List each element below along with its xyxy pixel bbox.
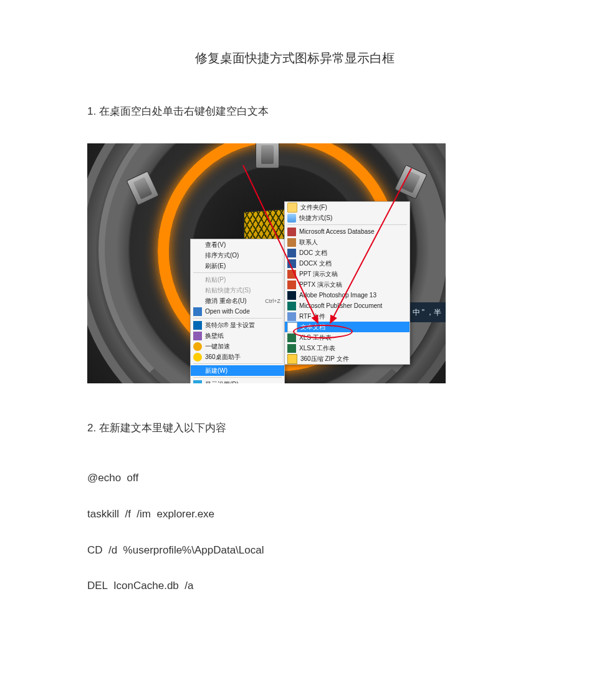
- ppt-icon: [287, 270, 296, 279]
- context-menu: 查看(V) 排序方式(O) 刷新(E) 粘贴(P) 粘贴快捷方式(S) 撤消 重…: [190, 239, 285, 383]
- step-2: 2. 在新建文本里键入以下内容: [87, 421, 502, 435]
- menu-label: 查看(V): [205, 241, 280, 249]
- submenu-item-access[interactable]: Microsoft Access Database: [285, 226, 409, 237]
- menu-label: 英特尔® 显卡设置: [205, 321, 280, 330]
- code-line: taskkill /f /im explorer.exe: [87, 496, 502, 532]
- publisher-icon: [287, 302, 296, 310]
- menu-item-paste: 粘贴(P): [191, 274, 284, 285]
- menu-separator: [193, 377, 282, 378]
- menu-label: Open with Code: [205, 308, 280, 315]
- menu-label: Microsoft Access Database: [299, 228, 406, 235]
- menu-item-paste-shortcut: 粘贴快捷方式(S): [191, 285, 284, 295]
- menu-label: Adobe Photoshop Image 13: [299, 292, 406, 299]
- code-icon: [193, 307, 202, 316]
- wallpaper-icon: [193, 332, 202, 340]
- screenshot-figure: 中 " ，半 查看(V) 排序方式(O) 刷新(E) 粘贴(P) 粘贴快捷方式(…: [87, 143, 446, 383]
- menu-item-display[interactable]: 显示设置(D): [191, 379, 284, 383]
- document-title: 修复桌面快捷方式图标异常显示白框: [87, 50, 502, 67]
- shortcut-icon: [287, 214, 296, 223]
- menu-separator: [193, 363, 282, 364]
- menu-label: 360压缩 ZIP 文件: [300, 355, 406, 363]
- word-icon: [287, 249, 296, 257]
- speedup-icon: [193, 342, 202, 351]
- context-submenu-new: 文件夹(F) 快捷方式(S) Microsoft Access Database…: [284, 201, 410, 365]
- menu-label: 联系人: [299, 238, 406, 247]
- menu-label: DOC 文档: [299, 249, 406, 257]
- menu-separator: [287, 224, 407, 225]
- intel-icon: [193, 321, 202, 330]
- rtf-icon: [287, 312, 296, 321]
- code-line: DEL IconCache.db /a: [87, 568, 502, 604]
- contact-icon: [287, 238, 296, 247]
- d360-icon: [193, 353, 202, 362]
- submenu-item-doc[interactable]: DOC 文档: [285, 247, 409, 258]
- ppt-icon: [287, 280, 296, 289]
- menu-item-intel-graphics[interactable]: 英特尔® 显卡设置: [191, 320, 284, 330]
- menu-label: DOCX 文档: [299, 259, 406, 268]
- submenu-item-folder[interactable]: 文件夹(F): [285, 202, 409, 213]
- menu-label: 新建(W): [205, 367, 280, 375]
- menu-label: 文件夹(F): [300, 203, 406, 212]
- excel-icon: [287, 333, 296, 342]
- menu-label: 文本文档: [300, 323, 406, 332]
- ime-badge: 中 " ，半: [408, 302, 446, 322]
- menu-item-wallpaper[interactable]: 换壁纸: [191, 330, 284, 341]
- submenu-item-pptx[interactable]: PPTX 演示文稿: [285, 279, 409, 290]
- menu-label: XLS 工作表: [299, 333, 406, 342]
- menu-item-undo[interactable]: 撤消 重命名(U)Ctrl+Z: [191, 295, 284, 306]
- submenu-item-rtf[interactable]: RTF 文件: [285, 311, 409, 322]
- menu-label: 显示设置(D): [205, 380, 280, 384]
- menu-item-360-desktop[interactable]: 360桌面助手: [191, 352, 284, 362]
- submenu-item-xlsx[interactable]: XLSX 工作表: [285, 343, 409, 353]
- menu-label: PPT 演示文稿: [299, 270, 406, 279]
- access-icon: [287, 228, 296, 236]
- menu-item-open-with-code[interactable]: Open with Code: [191, 306, 284, 317]
- submenu-item-zip[interactable]: 360压缩 ZIP 文件: [285, 353, 409, 364]
- menu-item-view[interactable]: 查看(V): [191, 239, 284, 250]
- step-1: 1. 在桌面空白处单击右键创建空白文本: [87, 104, 502, 118]
- code-line: CD /d %userprofile%\AppData\Local: [87, 532, 502, 568]
- txt-icon: [287, 322, 297, 332]
- menu-label: XLSX 工作表: [299, 344, 406, 353]
- photoshop-icon: [287, 291, 296, 300]
- menu-label: 粘贴快捷方式(S): [205, 286, 280, 295]
- menu-label: PPTX 演示文稿: [299, 280, 406, 289]
- menu-label: 一键加速: [205, 342, 280, 351]
- menu-item-speedup[interactable]: 一键加速: [191, 341, 284, 352]
- menu-separator: [193, 272, 282, 273]
- menu-separator: [193, 318, 282, 319]
- submenu-item-ppt[interactable]: PPT 演示文稿: [285, 269, 409, 279]
- menu-item-new[interactable]: 新建(W): [191, 365, 284, 376]
- display-icon: [193, 380, 202, 384]
- menu-shortcut: Ctrl+Z: [265, 298, 280, 304]
- submenu-item-photoshop[interactable]: Adobe Photoshop Image 13: [285, 290, 409, 300]
- menu-label: 换壁纸: [205, 332, 280, 340]
- menu-label: 粘贴(P): [205, 276, 280, 284]
- code-block: @echo off taskkill /f /im explorer.exe C…: [87, 460, 502, 604]
- folder-icon: [287, 203, 297, 213]
- bg-clamp: [256, 143, 279, 168]
- menu-label: 刷新(E): [205, 262, 280, 271]
- word-icon: [287, 259, 296, 268]
- submenu-item-publisher[interactable]: Microsoft Publisher Document: [285, 300, 409, 311]
- zip-icon: [287, 354, 297, 364]
- excel-icon: [287, 344, 296, 353]
- menu-label: 360桌面助手: [205, 353, 280, 362]
- menu-label: 快捷方式(S): [299, 214, 406, 223]
- menu-label: 撤消 重命名(U): [205, 297, 262, 305]
- code-line: @echo off: [87, 460, 502, 496]
- menu-label: Microsoft Publisher Document: [299, 302, 406, 309]
- menu-label: 排序方式(O): [205, 251, 280, 260]
- submenu-item-txt[interactable]: 文本文档: [285, 322, 409, 332]
- menu-item-sort[interactable]: 排序方式(O): [191, 250, 284, 261]
- submenu-item-xls[interactable]: XLS 工作表: [285, 332, 409, 343]
- submenu-item-docx[interactable]: DOCX 文档: [285, 258, 409, 269]
- submenu-item-shortcut[interactable]: 快捷方式(S): [285, 213, 409, 223]
- submenu-item-contact[interactable]: 联系人: [285, 237, 409, 247]
- menu-label: RTF 文件: [299, 312, 406, 321]
- menu-item-refresh[interactable]: 刷新(E): [191, 261, 284, 271]
